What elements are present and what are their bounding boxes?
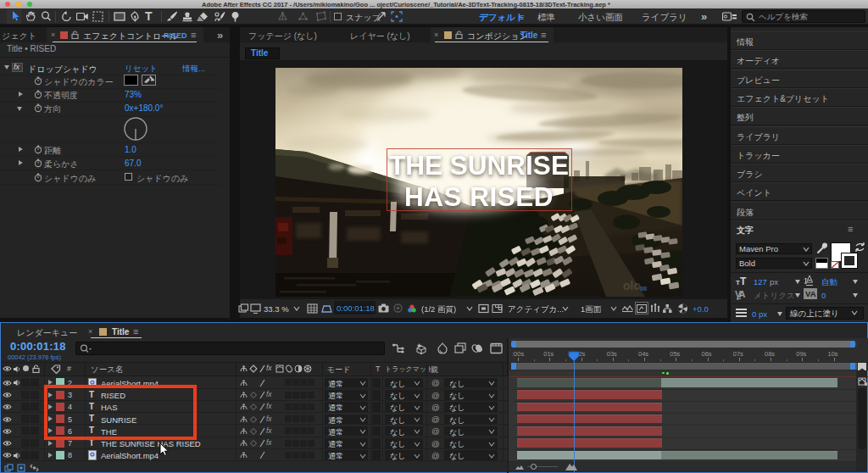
svg-text:VA: VA: [735, 289, 746, 299]
svg-text:olo: olo: [623, 279, 641, 292]
